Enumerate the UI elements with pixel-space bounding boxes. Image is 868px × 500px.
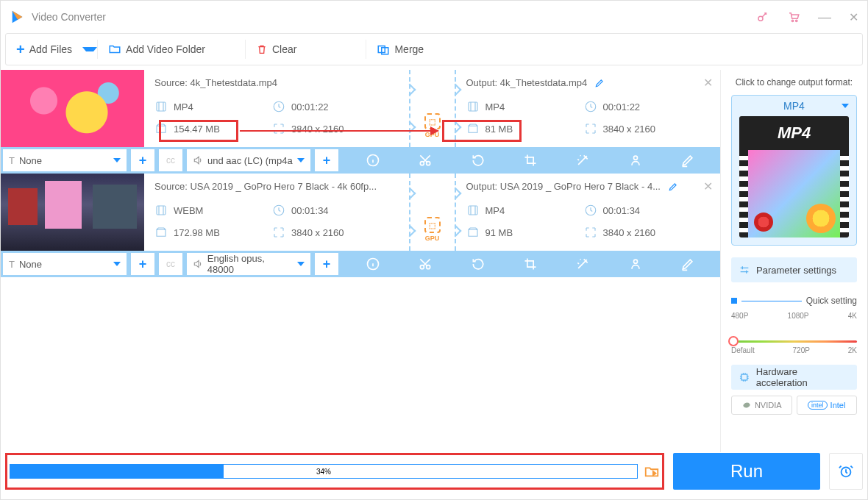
clock-icon [272,100,285,113]
output-title: Output: USA 2019 _ GoPro Hero 7 Black - … [466,181,661,192]
svg-rect-7 [469,102,477,111]
minimize-button[interactable]: — [818,10,831,25]
trash-icon [256,43,268,55]
subtitle-edit-icon[interactable] [680,257,695,271]
crop-icon[interactable] [523,257,538,271]
rotate-icon[interactable] [471,257,485,271]
add-audio-button[interactable]: + [314,149,339,172]
item-controls: TNone + cc und aac (LC) (mp4a + [1,147,720,174]
add-subtitle-button[interactable]: + [130,149,155,172]
cut-icon[interactable] [418,153,433,168]
quality-slider[interactable] [731,327,857,357]
edit-icon[interactable] [668,182,678,192]
chevron-down-icon [842,104,849,108]
subtitle-edit-icon[interactable] [680,153,695,168]
watermark-icon[interactable] [628,257,643,271]
intel-toggle[interactable]: intelIntel [797,396,858,415]
cpu-icon [739,371,750,383]
app-logo [10,9,26,25]
subtitle-select[interactable]: TNone [2,149,127,172]
parameter-settings-button[interactable]: Parameter settings [731,257,857,282]
cc-button[interactable]: cc [158,149,183,172]
file-item: Source: 4k_Thetestdata.mp4 MP4 00:01:22 … [1,70,720,174]
quick-setting: Quick setting 480P1080P4K Default720P2K [731,296,857,354]
item-controls: TNone + cc English opus, 48000 + [1,251,720,277]
app-title: Video Converter [32,11,106,23]
clear-button[interactable]: Clear [246,34,307,65]
cut-icon[interactable] [418,257,433,271]
video-thumbnail[interactable] [1,70,144,147]
close-window-button[interactable]: ✕ [849,10,858,24]
add-folder-label: Add Video Folder [126,43,205,55]
source-title: Source: 4k_Thetestdata.mp4 [154,77,399,88]
edit-icon[interactable] [594,78,605,88]
output-info: Output: USA 2019 _ GoPro Hero 7 Black - … [456,174,721,251]
progress-area: 34% [5,453,664,490]
svg-rect-5 [157,102,166,111]
remove-item-button[interactable]: ✕ [703,179,713,193]
file-list: Source: 4k_Thetestdata.mp4 MP4 00:01:22 … [1,70,720,452]
add-folder-button[interactable]: Add Video Folder [98,34,216,65]
add-files-dropdown[interactable] [82,47,97,51]
sidebar: Click to change output format: MP4 MP4 P… [720,70,867,452]
key-icon[interactable] [756,10,769,24]
output-folder-icon[interactable] [644,463,660,479]
output-format-card[interactable]: MP4 MP4 [731,95,857,246]
source-info: Source: USA 2019 _ GoPro Hero 7 Black - … [144,174,409,251]
cc-button[interactable]: cc [158,252,183,276]
svg-point-12 [633,156,637,160]
output-title: Output: 4k_Thetestdata.mp4 [466,77,588,88]
merge-icon [377,43,390,56]
file-item: Source: USA 2019 _ GoPro Hero 7 Black - … [1,174,720,277]
add-files-label: Add Files [29,43,72,55]
schedule-button[interactable] [829,453,863,490]
svg-point-0 [758,16,763,21]
footer: 34% Run [5,449,863,493]
effects-icon[interactable] [575,153,590,168]
run-button[interactable]: Run [673,453,820,490]
rotate-icon[interactable] [471,153,485,168]
subtitle-select[interactable]: TNone [2,252,127,276]
intel-icon: intel [808,401,828,410]
main-toolbar: + Add Files Add Video Folder Clear Merge [5,33,863,65]
effects-icon[interactable] [575,257,590,271]
nvidia-toggle[interactable]: NVIDIA [731,396,792,415]
merge-label: Merge [394,43,424,55]
sliders-icon [739,264,750,276]
cart-icon[interactable] [787,10,800,24]
add-files-button[interactable]: + Add Files [6,34,82,65]
folder-icon [108,43,121,56]
resolution-icon [272,122,285,135]
plus-icon: + [16,41,25,58]
size-icon [154,122,168,135]
progress-bar: 34% [10,464,638,479]
format-preview: MP4 [739,116,849,238]
svg-point-1 [791,20,793,21]
gpu-indicator: ⬚ GPU [410,70,455,147]
clear-label: Clear [272,43,296,55]
audio-select[interactable]: English opus, 48000 [186,252,311,276]
svg-point-20 [633,260,637,263]
format-hint: Click to change output format: [731,77,857,88]
add-subtitle-button[interactable]: + [130,252,155,276]
speaker-icon [193,155,203,165]
audio-select[interactable]: und aac (LC) (mp4a [186,149,311,172]
svg-rect-13 [157,206,166,215]
info-icon[interactable] [366,257,380,271]
svg-rect-21 [741,374,747,380]
add-audio-button[interactable]: + [314,252,339,276]
alarm-icon [838,463,854,479]
source-info: Source: 4k_Thetestdata.mp4 MP4 00:01:22 … [144,70,409,147]
info-icon[interactable] [366,153,380,168]
svg-point-2 [796,20,797,21]
remove-item-button[interactable]: ✕ [703,76,713,90]
watermark-icon[interactable] [628,153,643,168]
format-icon [154,100,168,113]
svg-rect-15 [469,206,477,215]
crop-icon[interactable] [523,153,538,168]
video-thumbnail[interactable] [1,174,144,251]
source-title: Source: USA 2019 _ GoPro Hero 7 Black - … [154,181,399,192]
title-bar: Video Converter — ✕ [1,1,867,33]
hardware-accel-button[interactable]: Hardware acceleration [731,365,857,390]
merge-button[interactable]: Merge [366,34,434,65]
